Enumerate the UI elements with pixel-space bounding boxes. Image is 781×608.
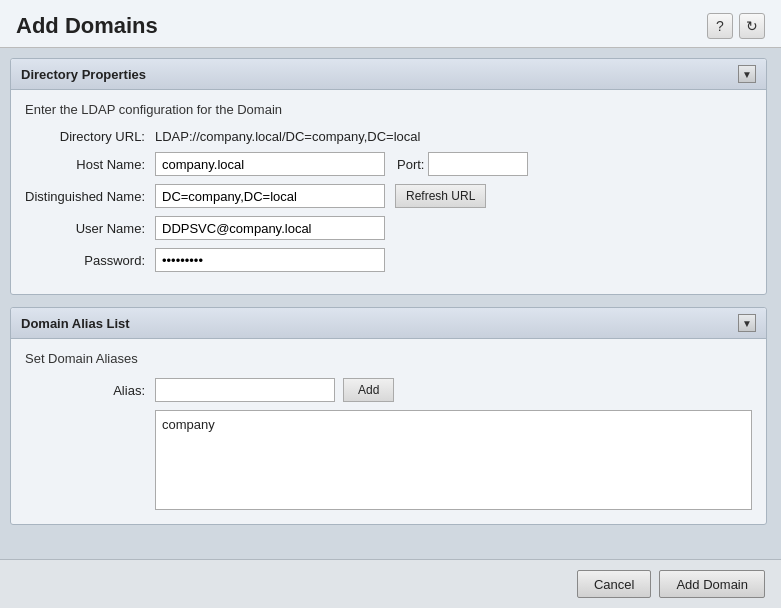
directory-url-label: Directory URL: (25, 129, 155, 144)
refresh-button[interactable]: ↻ (739, 13, 765, 39)
port-input[interactable] (428, 152, 528, 176)
directory-panel-body: Enter the LDAP configuration for the Dom… (11, 90, 766, 294)
page-title: Add Domains (16, 13, 158, 39)
alias-input[interactable] (155, 378, 335, 402)
add-domain-button[interactable]: Add Domain (659, 570, 765, 598)
alias-input-row: Alias: Add (25, 378, 752, 402)
alias-panel-body: Set Domain Aliases Alias: Add company (11, 339, 766, 524)
alias-panel-title: Domain Alias List (21, 316, 130, 331)
alias-panel-collapse[interactable]: ▼ (738, 314, 756, 332)
dn-row: Distinguished Name: Refresh URL (25, 184, 752, 208)
dn-label: Distinguished Name: (25, 189, 155, 204)
dn-input[interactable] (155, 184, 385, 208)
password-input[interactable] (155, 248, 385, 272)
footer: Cancel Add Domain (0, 559, 781, 608)
content-area: Directory Properties ▼ Enter the LDAP co… (0, 48, 781, 559)
alias-label: Alias: (25, 383, 155, 398)
alias-list-item: company (162, 417, 745, 432)
cancel-button[interactable]: Cancel (577, 570, 651, 598)
directory-panel-header: Directory Properties ▼ (11, 59, 766, 90)
directory-properties-panel: Directory Properties ▼ Enter the LDAP co… (10, 58, 767, 295)
hostname-input[interactable] (155, 152, 385, 176)
hostname-label: Host Name: (25, 157, 155, 172)
page-header: Add Domains ? ↻ (0, 0, 781, 48)
alias-panel: Domain Alias List ▼ Set Domain Aliases A… (10, 307, 767, 525)
help-button[interactable]: ? (707, 13, 733, 39)
username-row: User Name: (25, 216, 752, 240)
alias-list: company (155, 410, 752, 510)
directory-url-value: LDAP://company.local/DC=company,DC=local (155, 129, 420, 144)
add-alias-button[interactable]: Add (343, 378, 394, 402)
hostname-row: Host Name: Port: (25, 152, 752, 176)
header-icons: ? ↻ (707, 13, 765, 39)
refresh-url-button[interactable]: Refresh URL (395, 184, 486, 208)
username-label: User Name: (25, 221, 155, 236)
directory-url-row: Directory URL: LDAP://company.local/DC=c… (25, 129, 752, 144)
username-input[interactable] (155, 216, 385, 240)
port-label: Port: (397, 157, 424, 172)
directory-panel-description: Enter the LDAP configuration for the Dom… (25, 102, 752, 117)
alias-panel-header: Domain Alias List ▼ (11, 308, 766, 339)
directory-panel-collapse[interactable]: ▼ (738, 65, 756, 83)
password-label: Password: (25, 253, 155, 268)
password-row: Password: (25, 248, 752, 272)
directory-panel-title: Directory Properties (21, 67, 146, 82)
alias-panel-description: Set Domain Aliases (25, 351, 752, 366)
